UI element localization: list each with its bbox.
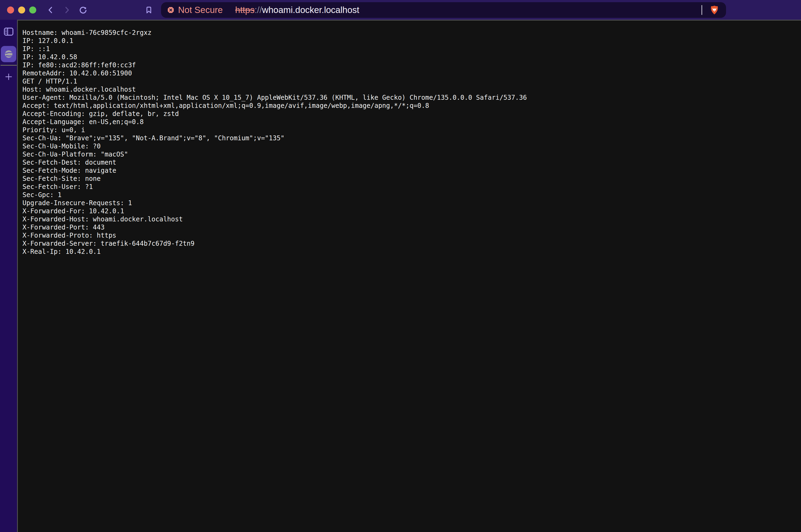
sidebar-tab-active[interactable] <box>1 46 16 62</box>
app-body: Hostname: whoami-76c9859cfc-2rgxz IP: 12… <box>0 20 801 532</box>
sidebar-separator <box>1 65 17 66</box>
forward-icon <box>62 5 71 15</box>
urlbar-divider <box>702 5 702 15</box>
not-secure-label: Not Secure <box>178 5 223 15</box>
brave-shield-icon <box>709 5 720 15</box>
forward-button[interactable] <box>62 4 72 16</box>
plus-icon <box>4 73 13 81</box>
back-button[interactable] <box>45 4 56 16</box>
bookmark-button[interactable] <box>144 4 154 16</box>
url-text: https://whoami.docker.localhost <box>235 5 359 15</box>
zoom-window-button[interactable] <box>29 6 36 14</box>
reload-button[interactable] <box>78 4 88 16</box>
browser-topbar: Not Secure https://whoami.docker.localho… <box>0 0 801 20</box>
bookmark-icon <box>144 5 153 15</box>
back-icon <box>46 5 55 15</box>
sidebar <box>0 20 17 532</box>
url-scheme: https <box>235 5 255 15</box>
not-secure-chip[interactable]: Not Secure <box>167 5 223 15</box>
brave-shields-button[interactable] <box>709 4 720 16</box>
browser-window: Not Secure https://whoami.docker.localho… <box>0 0 801 532</box>
sidebar-toggle-button[interactable] <box>1 24 16 39</box>
window-controls <box>7 6 36 14</box>
new-tab-button[interactable] <box>2 71 15 83</box>
page-content: Hostname: whoami-76c9859cfc-2rgxz IP: 12… <box>17 20 801 532</box>
close-window-button[interactable] <box>7 6 14 14</box>
address-bar[interactable]: Not Secure https://whoami.docker.localho… <box>161 2 726 18</box>
reload-icon <box>78 5 88 15</box>
url-host: whoami.docker.localhost <box>262 5 359 15</box>
url-scheme-separator: :// <box>255 5 262 15</box>
globe-icon <box>4 49 14 59</box>
sidebar-toggle-icon <box>3 26 14 37</box>
whoami-response-text: Hostname: whoami-76c9859cfc-2rgxz IP: 12… <box>18 21 801 256</box>
minimize-window-button[interactable] <box>18 6 25 14</box>
not-secure-icon <box>167 6 175 14</box>
